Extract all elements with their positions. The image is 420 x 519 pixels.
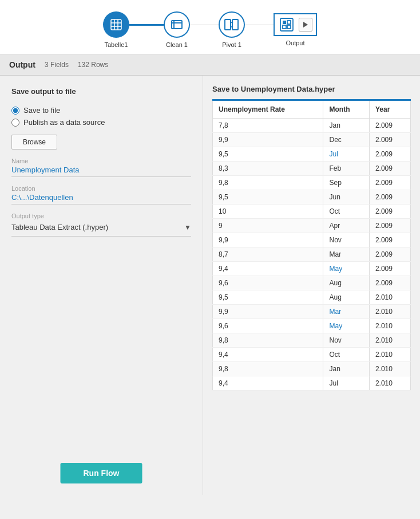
cell-month: Jan — [323, 362, 369, 376]
location-label: Location — [11, 185, 191, 192]
cell-month: Aug — [323, 290, 369, 305]
cell-year: 2.009 — [369, 276, 410, 290]
name-section: Name Unemployment Data — [11, 158, 191, 177]
cell-year: 2.010 — [369, 305, 410, 319]
table-row: 9,9Mar2.010 — [213, 305, 411, 319]
table-row: 9,8Sep2.009 — [213, 176, 411, 190]
cell-month: Feb — [323, 162, 369, 176]
table-row: 10Oct2.009 — [213, 205, 411, 219]
table-row: 9Apr2.009 — [213, 219, 411, 233]
radio-publish-input[interactable] — [11, 119, 19, 127]
cell-month: Jul — [323, 376, 369, 391]
cell-rate: 10 — [213, 205, 323, 219]
pipeline-step-pivot1[interactable]: Pivot 1 — [219, 11, 245, 48]
svg-rect-0 — [111, 19, 121, 30]
pipeline-step-clean1[interactable]: Clean 1 — [164, 11, 190, 48]
pipeline-step-tabelle1[interactable]: Tabelle1 — [103, 11, 129, 48]
cell-month: Nov — [323, 233, 369, 247]
table-row: 8,7Mar2.009 — [213, 247, 411, 262]
radio-publish-label: Publish as a data source — [23, 118, 105, 127]
cell-year: 2.010 — [369, 348, 410, 362]
cell-rate: 9,4 — [213, 376, 323, 391]
cell-rate: 7,8 — [213, 119, 323, 133]
table-header-row: Unemployment Rate Month Year — [213, 100, 411, 119]
cell-year: 2.009 — [369, 119, 410, 133]
name-label: Name — [11, 158, 191, 164]
tabelle1-icon — [103, 11, 129, 38]
main-content: Save output to file Save to file Publish… — [0, 76, 420, 495]
location-section: Location C:\...\Datenquellen — [11, 185, 191, 205]
radio-save-file-input[interactable] — [11, 107, 19, 115]
table-title: Save to Unemployment Data.hyper — [212, 85, 411, 93]
data-table: Unemployment Rate Month Year 7,8Jan2.009… — [212, 99, 411, 391]
cell-rate: 9 — [213, 219, 323, 233]
output-type-select-row[interactable]: Tableau Data Extract (.hyper) ▼ — [11, 221, 191, 234]
output-play-btn[interactable] — [299, 18, 312, 32]
output-header-title: Output — [9, 60, 35, 69]
output-label: Output — [286, 40, 304, 46]
cell-rate: 9,8 — [213, 333, 323, 348]
cell-rate: 9,6 — [213, 276, 323, 290]
cell-rate: 9,4 — [213, 262, 323, 276]
save-output-section: Save output to file — [11, 87, 191, 98]
cell-year: 2.009 — [369, 147, 410, 162]
pipeline-step-output[interactable]: Output — [274, 13, 317, 46]
cell-rate: 8,7 — [213, 247, 323, 262]
cell-rate: 8,3 — [213, 162, 323, 176]
cell-year: 2.009 — [369, 133, 410, 147]
table-row: 9,5Jul2.009 — [213, 147, 411, 162]
cell-month: Aug — [323, 276, 369, 290]
cell-month: Apr — [323, 219, 369, 233]
cell-month: Sep — [323, 176, 369, 190]
output-type-arrow: ▼ — [184, 223, 191, 231]
cell-year: 2.009 — [369, 190, 410, 205]
radio-publish[interactable]: Publish as a data source — [11, 118, 191, 127]
cell-rate: 9,4 — [213, 348, 323, 362]
table-row: 9,5Aug2.010 — [213, 290, 411, 305]
output-header: Output 3 Fields 132 Rows — [0, 54, 420, 76]
svg-rect-5 — [172, 21, 182, 29]
cell-month: Oct — [323, 348, 369, 362]
table-row: 7,8Jan2.009 — [213, 119, 411, 133]
table-row: 9,5Jun2.009 — [213, 190, 411, 205]
table-row: 9,9Nov2.009 — [213, 233, 411, 247]
table-row: 8,3Feb2.009 — [213, 162, 411, 176]
table-row: 9,6Aug2.009 — [213, 276, 411, 290]
clean1-icon — [164, 11, 190, 38]
col-year: Year — [369, 100, 410, 119]
cell-rate: 9,6 — [213, 319, 323, 333]
clean1-label: Clean 1 — [166, 41, 188, 48]
cell-year: 2.009 — [369, 233, 410, 247]
cell-year: 2.009 — [369, 162, 410, 176]
pipeline-container: Tabelle1 Clean 1 Pivot 1 — [0, 0, 420, 54]
cell-month: Nov — [323, 333, 369, 348]
output-type-section: Output type Tableau Data Extract (.hyper… — [11, 213, 191, 237]
cell-year: 2.009 — [369, 205, 410, 219]
cell-year: 2.010 — [369, 362, 410, 376]
cell-rate: 9,5 — [213, 147, 323, 162]
col-month: Month — [323, 100, 369, 119]
pivot1-icon — [219, 11, 245, 38]
cell-rate: 9,9 — [213, 305, 323, 319]
svg-rect-12 — [287, 21, 291, 24]
cell-year: 2.009 — [369, 262, 410, 276]
col-unemployment-rate: Unemployment Rate — [213, 100, 323, 119]
cell-month: Jun — [323, 190, 369, 205]
cell-month: Dec — [323, 133, 369, 147]
right-panel: Save to Unemployment Data.hyper Unemploy… — [203, 76, 420, 495]
radio-save-to-file[interactable]: Save to file — [11, 106, 191, 115]
cell-month: May — [323, 319, 369, 333]
cell-month: Mar — [323, 247, 369, 262]
cell-year: 2.009 — [369, 247, 410, 262]
pivot1-label: Pivot 1 — [222, 41, 241, 48]
browse-button[interactable]: Browse — [11, 135, 57, 150]
output-type-label: Output type — [11, 213, 191, 219]
cell-month: Oct — [323, 205, 369, 219]
table-row: 9,4Oct2.010 — [213, 348, 411, 362]
cell-year: 2.009 — [369, 176, 410, 190]
cell-month: May — [323, 262, 369, 276]
connector-3 — [245, 25, 274, 25]
run-flow-button[interactable]: Run Flow — [61, 463, 142, 483]
output-rows-count: 132 Rows — [78, 61, 108, 69]
cell-month: Jan — [323, 119, 369, 133]
